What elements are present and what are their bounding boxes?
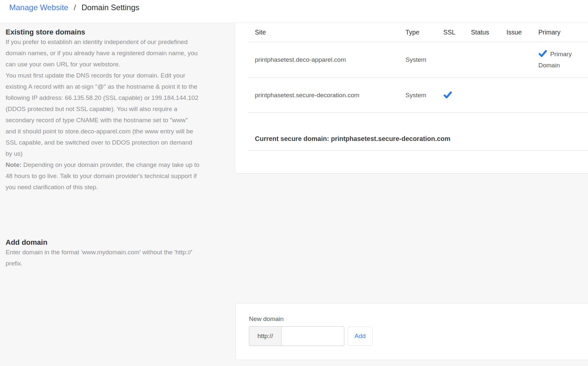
header-status: Status — [465, 29, 500, 36]
header-primary: Primary — [532, 29, 588, 36]
existing-domains-heading: Existing store domains — [6, 23, 200, 36]
domain-site-cell: printphasetest.deco-apparel.com — [249, 55, 399, 65]
domain-site-cell: printphasetest.secure-decoration.com — [249, 90, 399, 101]
header-ssl: SSL — [437, 29, 465, 36]
header-site: Site — [249, 29, 399, 36]
intro-paragraph: If you prefer to establish an identity i… — [6, 36, 200, 70]
table-header-row: Site Type SSL Status Issue Primary — [249, 23, 588, 42]
new-domain-label: New domain — [249, 315, 588, 323]
breadcrumb-link-manage-website[interactable]: Manage Website — [9, 3, 68, 12]
domain-type-cell: System — [399, 92, 437, 99]
domain-settings-page: Existing store domains If you prefer to … — [0, 23, 588, 366]
domains-table: Site Type SSL Status Issue Primary print… — [249, 23, 588, 113]
domain-primary-cell: Primary Domain — [532, 49, 588, 71]
new-domain-input[interactable] — [281, 326, 344, 346]
note-paragraph: Note: Depending on your domain provider,… — [6, 159, 200, 193]
current-secure-domain-text: Current secure domain: printphasetest.se… — [249, 113, 588, 150]
add-domain-heading: Add domain — [6, 233, 200, 247]
note-label: Note: — [6, 161, 22, 168]
note-text: Depending on your domain provider, the c… — [6, 161, 199, 191]
breadcrumb-separator: / — [74, 3, 76, 12]
domain-type-cell: System — [399, 56, 437, 63]
add-domain-button[interactable]: Add — [348, 327, 373, 346]
breadcrumb: Manage Website / Domain Settings — [0, 0, 588, 23]
primary-check-icon — [538, 50, 547, 57]
header-issue: Issue — [500, 29, 532, 36]
table-row: printphasetest.deco-apparel.com System P… — [249, 42, 588, 78]
domain-name: printphasetest.deco-apparel.com — [255, 55, 346, 65]
add-domain-paragraph: Enter domain in the format 'www.mydomain… — [6, 247, 200, 269]
new-domain-form: http:// Add — [249, 326, 588, 346]
breadcrumb-current-page: Domain Settings — [82, 3, 139, 12]
domains-table-card: Site Type SSL Status Issue Primary print… — [235, 23, 588, 173]
domain-name: printphasetest.secure-decoration.com — [255, 90, 359, 101]
http-prefix-addon: http:// — [249, 326, 281, 346]
instructions-panel: Existing store domains If you prefer to … — [6, 23, 200, 269]
table-row: printphasetest.secure-decoration.com Sys… — [249, 78, 588, 113]
dns-instructions-paragraph: You must first update the DNS records fo… — [6, 70, 200, 159]
ssl-check-icon — [443, 91, 452, 99]
new-domain-card: New domain http:// Add — [235, 303, 588, 360]
header-type: Type — [399, 29, 437, 36]
domain-ssl-cell — [437, 91, 465, 99]
